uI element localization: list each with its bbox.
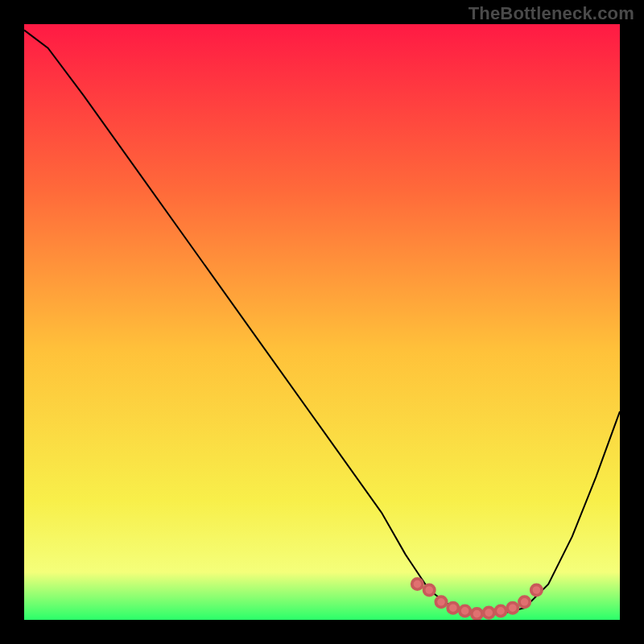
minimum-dot (436, 597, 446, 607)
minimum-dot (531, 584, 542, 595)
chart-plot (24, 24, 620, 620)
minimum-dot (484, 607, 494, 617)
gradient-background (24, 24, 620, 620)
minimum-dot (495, 605, 506, 616)
minimum-dot (460, 605, 470, 616)
minimum-dot (448, 603, 458, 613)
minimum-dot (507, 603, 518, 613)
attribution-label: TheBottleneck.com (469, 3, 634, 24)
minimum-dot (424, 584, 435, 595)
minimum-dot (472, 609, 482, 619)
minimum-dot (519, 597, 530, 607)
minimum-dot (412, 579, 423, 589)
chart-frame: TheBottleneck.com (0, 0, 644, 644)
